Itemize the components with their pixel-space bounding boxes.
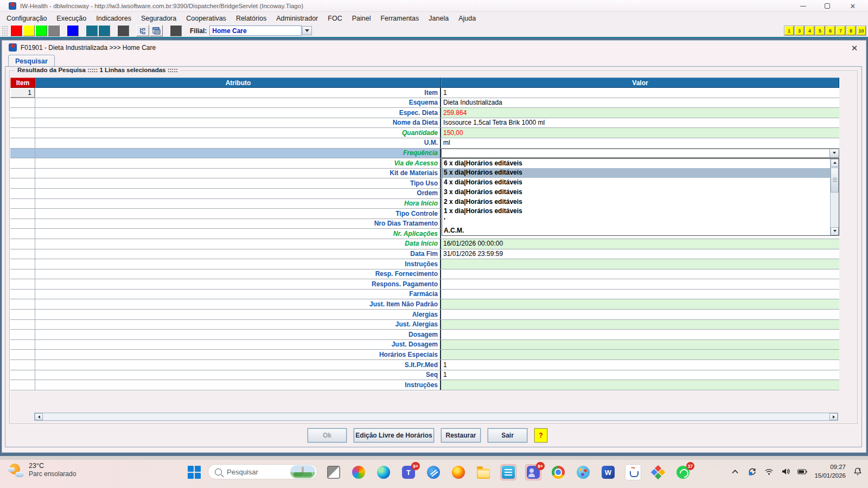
row-value[interactable] <box>441 310 839 319</box>
maximize-button[interactable] <box>816 0 838 12</box>
scroll-up-icon[interactable] <box>831 159 839 167</box>
table-row[interactable]: Espec. Dieta259.864 <box>10 108 839 118</box>
ok-button[interactable]: Ok <box>308 428 347 442</box>
table-row[interactable]: U.M.ml <box>10 138 839 149</box>
quick-button-3[interactable]: 3 <box>795 26 804 35</box>
row-value[interactable] <box>441 380 839 390</box>
table-row[interactable]: Quantidade150,00 <box>10 128 839 138</box>
office-shapes-icon[interactable] <box>650 464 666 480</box>
dropdown-option[interactable]: 6 x dia|Horários editáveis <box>442 159 830 169</box>
dropdown-option[interactable]: 3 x dia|Horários editáveis <box>442 188 830 197</box>
table-row[interactable]: Just. Dosagem <box>10 340 839 350</box>
table-row[interactable]: Instruções <box>10 259 839 269</box>
edge-icon[interactable] <box>375 464 392 480</box>
toolbar-grip[interactable] <box>2 25 8 36</box>
scroll-right-icon[interactable] <box>829 413 838 420</box>
menu-configuração[interactable]: Configuração <box>2 13 52 24</box>
row-value[interactable] <box>441 269 839 279</box>
taskbar-search[interactable]: Pesquisar <box>208 464 317 479</box>
table-row[interactable]: Horários Especiais <box>10 350 839 360</box>
form-close-icon[interactable]: ✕ <box>849 43 860 54</box>
color-swatch-button[interactable] <box>86 25 98 36</box>
menu-ferramentas[interactable]: Ferramentas <box>375 13 424 24</box>
row-value[interactable] <box>441 290 839 299</box>
frequency-combobox[interactable] <box>441 149 839 158</box>
dropdown-option[interactable]: A.C.M. <box>442 226 830 236</box>
quick-button-10[interactable]: 10 <box>857 26 866 35</box>
minimize-button[interactable] <box>792 0 814 12</box>
paint-icon[interactable] <box>575 464 591 480</box>
dropdown-option[interactable]: ' <box>442 216 830 226</box>
menu-indicadores[interactable]: Indicadores <box>91 13 136 24</box>
filial-dropdown-arrow[interactable] <box>302 26 312 35</box>
quick-button-4[interactable]: 4 <box>805 26 814 35</box>
taskbar-clock[interactable]: 09:27 15/01/2026 <box>814 463 846 480</box>
close-button[interactable]: ✕ <box>842 0 864 12</box>
row-value[interactable] <box>441 299 839 309</box>
scrollbar-thumb[interactable] <box>831 168 839 192</box>
row-value[interactable]: Dieta Industrializada <box>441 98 839 108</box>
color-swatch-button[interactable] <box>67 25 79 36</box>
sair-button[interactable]: Sair <box>488 428 527 442</box>
menu-administrador[interactable]: Administrador <box>271 13 323 24</box>
scroll-left-icon[interactable] <box>35 413 43 420</box>
row-value[interactable]: Isosource 1,5cal Tetra Brik 1000 ml <box>441 118 839 128</box>
table-row[interactable]: S.It.Pr.Med1 <box>10 360 839 370</box>
wifi-icon[interactable] <box>764 467 774 477</box>
teams-chat-icon[interactable]: 9+ <box>400 464 417 480</box>
dark-swatch-button[interactable] <box>170 25 182 36</box>
row-value[interactable]: 259.864 <box>441 108 839 118</box>
column-header-atributo[interactable]: Atributo <box>35 78 441 88</box>
color-swatch-button[interactable] <box>98 25 110 36</box>
color-swatch-button[interactable] <box>48 25 60 36</box>
row-value[interactable] <box>441 279 839 289</box>
row-value[interactable]: 31/01/2026 23:59:59 <box>441 249 839 259</box>
restaurar-button[interactable]: Restaurar <box>441 428 481 442</box>
row-value[interactable]: 16/01/2026 00:00:00 <box>441 239 839 249</box>
task-view-icon[interactable] <box>326 464 342 480</box>
dropdown-option[interactable]: 4 x dia|Horários editáveis <box>442 178 830 188</box>
menu-janela[interactable]: Janela <box>424 13 454 24</box>
notification-bell-icon[interactable]: z <box>853 467 863 477</box>
tab-pesquisar[interactable]: Pesquisar <box>8 55 55 67</box>
row-value[interactable]: ml <box>441 138 839 148</box>
quick-button-5[interactable]: 5 <box>815 26 825 35</box>
row-value[interactable] <box>441 340 839 350</box>
quick-button-8[interactable]: 8 <box>846 26 856 35</box>
row-number[interactable]: 1 <box>10 88 35 98</box>
table-row[interactable]: Seq1 <box>10 370 839 381</box>
table-row[interactable]: Nome da DietaIsosource 1,5cal Tetra Brik… <box>10 118 839 129</box>
dropdown-option[interactable]: 1 x dia|Horários editáveis <box>442 207 830 216</box>
whatsapp-icon[interactable]: 37 <box>675 464 691 480</box>
table-row[interactable]: Data Fim31/01/2026 23:59:59 <box>10 249 839 260</box>
quick-button-7[interactable]: 7 <box>836 26 845 35</box>
scroll-down-icon[interactable] <box>831 227 839 235</box>
color-swatch-button[interactable] <box>23 25 35 36</box>
help-button[interactable]: ? <box>534 428 547 442</box>
frequency-dropdown-arrow[interactable] <box>829 149 839 158</box>
file-explorer-icon[interactable] <box>475 464 492 480</box>
row-value[interactable] <box>441 320 839 330</box>
table-row[interactable]: Resp. Fornecimento <box>10 269 839 280</box>
column-header-item[interactable]: Item <box>10 78 35 88</box>
row-value[interactable] <box>441 330 839 339</box>
table-row[interactable]: Frequência <box>10 149 839 159</box>
menu-seguradora[interactable]: Seguradora <box>136 13 181 24</box>
snipping-tool-icon[interactable] <box>425 464 442 480</box>
row-value[interactable]: 1 <box>441 370 839 380</box>
table-row[interactable]: Instruções <box>10 380 839 390</box>
start-button[interactable] <box>188 466 201 479</box>
table-row[interactable]: Just. Item Não Padrão <box>10 299 839 310</box>
copilot-icon[interactable] <box>350 464 367 480</box>
menu-cooperativas[interactable]: Cooperativas <box>181 13 231 24</box>
horizontal-scrollbar[interactable] <box>34 413 838 421</box>
row-value[interactable]: 1 <box>441 360 839 370</box>
menu-execução[interactable]: Execução <box>52 13 91 24</box>
table-row[interactable]: Alergias <box>10 310 839 320</box>
table-row[interactable]: 1Item1 <box>10 88 839 98</box>
teams-icon[interactable]: 9+ <box>525 464 541 480</box>
dropdown-scrollbar[interactable] <box>830 159 839 235</box>
menu-foc[interactable]: FOC <box>323 13 347 24</box>
word-icon[interactable] <box>600 464 616 480</box>
volume-icon[interactable] <box>781 467 790 477</box>
